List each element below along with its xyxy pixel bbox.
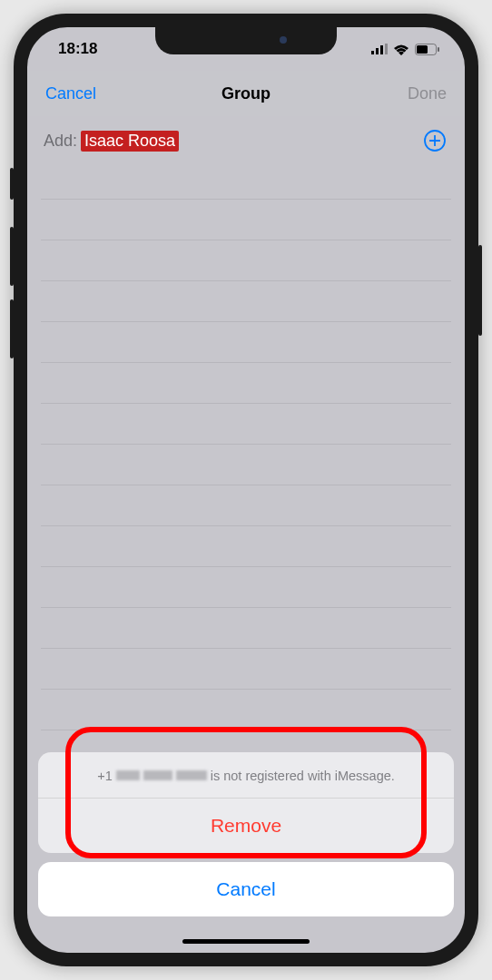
action-sheet: +1 is not registered with iMessage. Remo… [27, 743, 465, 953]
cellular-signal-icon [371, 44, 388, 54]
action-sheet-message: +1 is not registered with iMessage. [38, 752, 454, 799]
notch [155, 27, 337, 54]
svg-rect-1 [376, 48, 379, 54]
add-contact-button[interactable] [423, 129, 447, 152]
message-suffix: is not registered with iMessage. [211, 769, 395, 783]
svg-rect-6 [438, 47, 439, 52]
volume-down-button [10, 299, 14, 358]
power-button [478, 245, 482, 336]
mute-switch [10, 168, 14, 200]
status-right [371, 44, 439, 55]
done-button[interactable]: Done [408, 84, 447, 103]
status-time: 18:18 [58, 40, 97, 58]
cancel-button[interactable]: Cancel [45, 84, 96, 103]
svg-rect-3 [385, 44, 388, 54]
add-contact-row: Add: Isaac Roosa [44, 131, 448, 152]
battery-icon [415, 44, 439, 55]
nav-bar: Cancel Group Done [27, 71, 465, 116]
message-prefix: +1 [97, 769, 113, 783]
action-sheet-group: +1 is not registered with iMessage. Remo… [38, 752, 454, 853]
list-background [41, 159, 451, 771]
contact-chip[interactable]: Isaac Roosa [81, 131, 179, 152]
phone-device-frame: 18:18 Cancel Group Done Add: Isaac R [14, 14, 478, 966]
wifi-icon [393, 44, 409, 55]
home-indicator[interactable] [182, 939, 310, 944]
add-label: Add: [44, 132, 77, 151]
svg-rect-5 [417, 45, 428, 54]
svg-rect-0 [371, 51, 374, 54]
content-area: Add: Isaac Roosa [27, 116, 465, 152]
plus-circle-icon [423, 129, 447, 152]
volume-up-button [10, 227, 14, 286]
svg-rect-2 [380, 45, 383, 54]
action-sheet-cancel-button[interactable]: Cancel [38, 862, 454, 916]
phone-screen: 18:18 Cancel Group Done Add: Isaac R [27, 27, 465, 953]
page-title: Group [221, 84, 271, 103]
remove-button[interactable]: Remove [38, 799, 454, 853]
redacted-phone-number [116, 770, 207, 780]
